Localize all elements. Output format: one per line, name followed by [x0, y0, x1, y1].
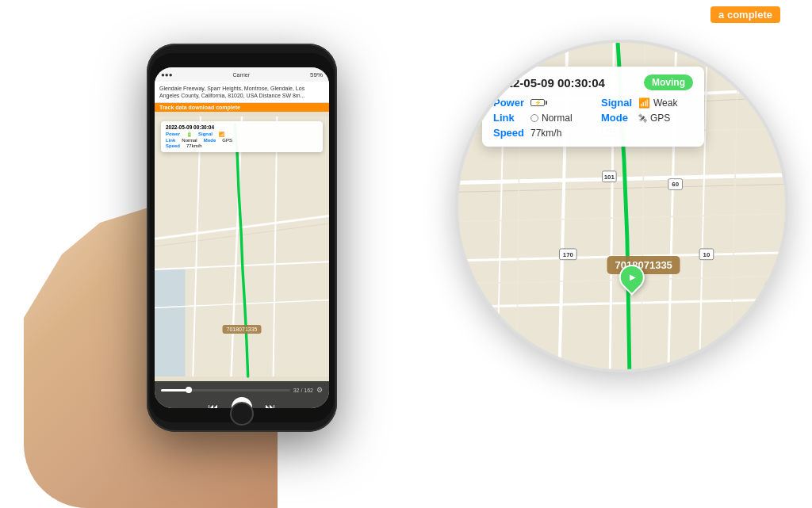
progress-fill	[161, 389, 187, 392]
power-val: ⚡	[530, 99, 547, 106]
link-label: Link	[166, 138, 175, 143]
download-text: Track data download complete	[159, 105, 240, 110]
phone-device: ●●● Carrier 59% Glendale Freeway, Sparr …	[147, 44, 337, 432]
speed-val: 77km/h	[530, 128, 561, 139]
svg-text:101: 101	[604, 174, 615, 181]
mode-text: GPS	[650, 113, 670, 124]
link-label-big: Link	[493, 112, 527, 124]
phone-map[interactable]: 2022-05-09 00:30:04 Power 🔋 Signal 📶 Lin…	[155, 112, 329, 381]
wifi-icon: 📶	[638, 97, 650, 109]
signal-status: ●●●	[161, 71, 173, 78]
speed-label: Speed	[166, 143, 180, 148]
popup-header: 2022-05-09 00:30:04 Moving	[493, 74, 693, 90]
link-val: Normal	[530, 113, 573, 124]
progress-track[interactable]	[161, 389, 290, 392]
svg-text:170: 170	[563, 251, 574, 258]
gps-icon: 🛰	[638, 113, 647, 123]
svg-text:10: 10	[703, 251, 710, 258]
popup-time-big: 2022-05-09 00:30:04	[493, 76, 605, 90]
popup-time: 2022-05-09 00:30:04	[166, 124, 318, 130]
battery-status: 59%	[310, 71, 323, 78]
gps-marker	[619, 265, 645, 290]
signal-field: Signal 📶 Weak	[601, 97, 693, 109]
power-label: Power	[166, 132, 180, 137]
signal-val: 📶 Weak	[638, 97, 677, 109]
complete-banner: a complete	[710, 6, 780, 23]
mode-value: GPS	[222, 138, 232, 143]
moving-badge: Moving	[644, 74, 693, 90]
mode-val: 🛰 GPS	[638, 113, 670, 124]
link-circle-icon	[530, 114, 538, 122]
rewind-button[interactable]: ⏮	[208, 401, 219, 408]
power-label-big: Power	[493, 97, 527, 109]
progress-thumb	[186, 387, 192, 393]
signal-value: 📶	[219, 132, 224, 137]
carrier: Carrier	[233, 72, 250, 78]
fast-forward-button[interactable]: ⏭	[265, 401, 276, 408]
mode-label-big: Mode	[601, 112, 634, 124]
mode-field: Mode 🛰 GPS	[601, 112, 693, 124]
power-value: 🔋	[186, 132, 192, 137]
gps-marker-inner	[614, 259, 649, 295]
address-bar: Glendale Freeway, Sparr Heights, Montros…	[155, 82, 329, 103]
device-label: 7018071335	[223, 325, 262, 334]
phone-screen: ●●● Carrier 59% Glendale Freeway, Sparr …	[155, 67, 329, 408]
link-text: Normal	[542, 113, 573, 124]
battery-body: ⚡	[530, 99, 545, 106]
big-map: 101 60 10 170 210 La Cañada Flintridge L…	[458, 43, 785, 369]
popup-grid: Power ⚡ Sig	[493, 97, 693, 139]
download-banner: Track data download complete	[155, 103, 329, 112]
lightning-icon: ⚡	[534, 100, 542, 106]
magnified-view: 101 60 10 170 210 La Cañada Flintridge L…	[455, 40, 788, 372]
speed-label-big: Speed	[493, 127, 527, 139]
svg-text:60: 60	[672, 181, 679, 188]
battery-icon: ⚡	[530, 99, 547, 106]
link-value: Normal	[182, 138, 197, 143]
signal-label: Signal	[198, 132, 213, 137]
signal-text: Weak	[653, 97, 677, 109]
home-button[interactable]	[230, 402, 254, 426]
link-field: Link Normal	[493, 112, 585, 124]
svg-rect-1	[155, 269, 186, 376]
address-text: Glendale Freeway, Sparr Heights, Montros…	[159, 85, 324, 99]
big-popup: 2022-05-09 00:30:04 Moving Power ⚡	[482, 67, 704, 147]
phone-map-svg	[155, 112, 329, 381]
status-bar: ●●● Carrier 59%	[155, 67, 329, 82]
progress-label: 32 / 162	[293, 388, 313, 393]
complete-text: a complete	[718, 9, 772, 21]
gear-icon[interactable]: ⚙	[316, 386, 323, 394]
speed-value: 77km/h	[186, 143, 202, 148]
signal-label-big: Signal	[601, 97, 634, 109]
scene: ●●● Carrier 59% Glendale Freeway, Sparr …	[0, 0, 812, 508]
phone-popup: 2022-05-09 00:30:04 Power 🔋 Signal 📶 Lin…	[161, 121, 323, 152]
battery-tip	[546, 101, 547, 105]
mode-label: Mode	[204, 138, 216, 143]
speed-field: Speed 77km/h	[493, 127, 585, 139]
progress-row: 32 / 162 ⚙	[161, 386, 323, 394]
power-field: Power ⚡	[493, 97, 585, 109]
